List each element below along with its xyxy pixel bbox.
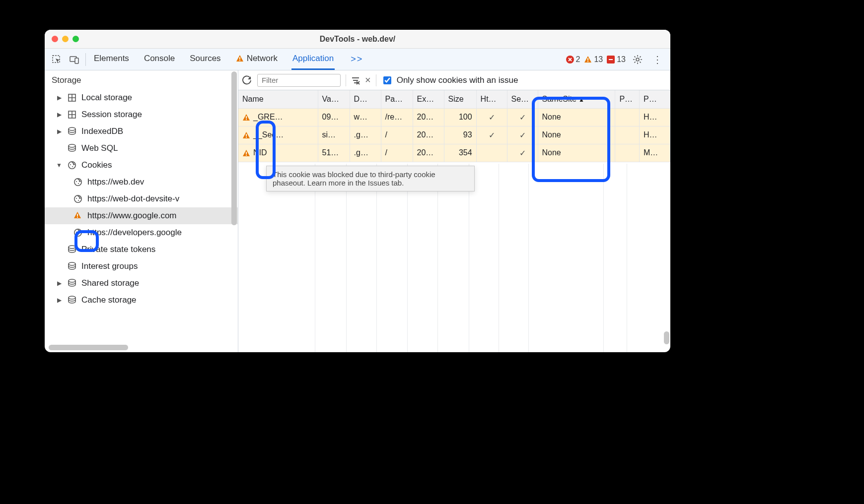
tab-label: Application (292, 54, 334, 63)
window-title: DevTools - web.dev/ (45, 35, 670, 44)
cookie-origin-1[interactable]: https://web-dot-devsite-v (45, 190, 238, 207)
cell-priority: M… (639, 144, 670, 162)
sidebar-item-label: Shared storage (81, 278, 139, 288)
minimize-window-button[interactable] (62, 36, 69, 42)
sidebar-horiz-scrollbar[interactable] (49, 345, 128, 350)
device-toggle-icon[interactable] (66, 55, 83, 64)
sidebar-item-websql[interactable]: Web SQL (45, 140, 238, 157)
warning-icon (242, 131, 250, 139)
errors-badge[interactable]: 2 (566, 55, 580, 64)
cookie-origin-0[interactable]: https://web.dev (45, 174, 238, 190)
cookies-table: Name Va… D… Pa… Ex… Size Ht… Se… SameSit… (238, 90, 670, 162)
sidebar-item-interest-groups[interactable]: Interest groups (45, 258, 238, 275)
warning-icon (72, 211, 83, 220)
col-secure[interactable]: Se… (507, 90, 538, 108)
col-expires[interactable]: Ex… (413, 90, 444, 108)
cell-path: / (381, 126, 413, 144)
cell-secure: ✓ (507, 144, 538, 162)
table-row[interactable]: NID51….g…/20…354✓NoneM… (238, 144, 670, 162)
cell-size: 100 (444, 108, 476, 126)
application-sidebar: Storage ▶ Local storage ▶ Session storag… (45, 70, 238, 352)
sidebar-scrollbar[interactable] (231, 71, 237, 225)
cell-path: /re… (381, 108, 413, 126)
col-samesite[interactable]: SameSite▲ (538, 90, 615, 108)
sidebar-item-session-storage[interactable]: ▶ Session storage (45, 106, 238, 123)
close-window-button[interactable] (52, 36, 58, 42)
sidebar-item-cache-storage[interactable]: ▶ Cache storage (45, 292, 238, 309)
cookie-icon (72, 178, 83, 187)
cell-name: _GRE… (238, 108, 318, 126)
cell-secure: ✓ (507, 108, 538, 126)
settings-button[interactable] (630, 55, 646, 64)
col-httponly[interactable]: Ht… (476, 90, 507, 108)
cell-expires: 20… (413, 126, 444, 144)
col-partition[interactable]: P… (615, 90, 640, 108)
zoom-window-button[interactable] (72, 36, 79, 42)
database-icon (67, 279, 77, 288)
cell-path: / (381, 144, 413, 162)
only-issues-toggle[interactable]: Only show cookies with an issue (381, 75, 518, 86)
cell-domain: w… (350, 108, 381, 126)
col-value[interactable]: Va… (318, 90, 350, 108)
cell-expires: 20… (413, 108, 444, 126)
table-row[interactable]: _GRE…09…w…/re…20…100✓✓NoneH… (238, 108, 670, 126)
table-icon (67, 110, 77, 119)
cookies-panel: × Only show cookies with an issue (238, 70, 670, 352)
col-path[interactable]: Pa… (381, 90, 413, 108)
only-issues-checkbox[interactable] (383, 76, 391, 84)
cookie-origin-3[interactable]: https://developers.google (45, 224, 238, 241)
tab-sources[interactable]: Sources (189, 49, 221, 70)
cell-httponly (476, 144, 507, 162)
database-icon (67, 144, 77, 153)
window-controls (52, 36, 79, 42)
more-menu-button[interactable]: ⋮ (649, 57, 665, 62)
cell-name: __Sec… (238, 126, 318, 144)
cell-size: 354 (444, 144, 476, 162)
cookie-name: NID (253, 148, 267, 157)
more-tabs-button[interactable]: >> (348, 49, 366, 70)
col-domain[interactable]: D… (350, 90, 381, 108)
issue-count: 13 (617, 55, 626, 64)
cell-partition (615, 108, 640, 126)
filter-input[interactable] (257, 74, 341, 87)
tab-application[interactable]: Application (291, 49, 335, 70)
separator (346, 74, 346, 86)
sidebar-item-cookies[interactable]: ▼ Cookies (45, 157, 238, 174)
gear-icon (633, 55, 643, 64)
col-size[interactable]: Size (444, 90, 476, 108)
sidebar-item-label: https://developers.google (87, 228, 182, 238)
cookie-warning-tooltip: This cookie was blocked due to third-par… (266, 166, 475, 191)
inspect-element-icon[interactable] (48, 55, 66, 64)
tab-console[interactable]: Console (143, 49, 176, 70)
refresh-button[interactable] (242, 75, 252, 85)
issues-badge[interactable]: 13 (607, 55, 626, 64)
separator (376, 74, 376, 86)
clear-filter-button[interactable] (351, 76, 360, 85)
cell-partition (615, 126, 640, 144)
col-name[interactable]: Name (238, 90, 318, 108)
cell-httponly: ✓ (476, 126, 507, 144)
disclosure-open-icon: ▼ (56, 162, 63, 169)
warning-icon (242, 149, 250, 157)
tab-elements[interactable]: Elements (93, 49, 130, 70)
sidebar-item-shared-storage[interactable]: ▶ Shared storage (45, 275, 238, 292)
clear-all-button[interactable]: × (365, 74, 371, 86)
tab-network[interactable]: Network (235, 49, 279, 70)
sidebar-item-private-state-tokens[interactable]: Private state tokens (45, 241, 238, 258)
sidebar-item-local-storage[interactable]: ▶ Local storage (45, 89, 238, 106)
cookie-origin-2[interactable]: https://www.google.com (45, 207, 238, 224)
cell-domain: .g… (350, 126, 381, 144)
database-icon (67, 245, 77, 254)
cookie-icon (67, 161, 77, 170)
sidebar-item-indexeddb[interactable]: ▶ IndexedDB (45, 123, 238, 140)
table-row[interactable]: __Sec…si….g…/20…93✓✓NoneH… (238, 126, 670, 144)
cookie-icon (72, 194, 83, 203)
warnings-badge[interactable]: 13 (584, 55, 603, 64)
main-scrollbar[interactable] (664, 331, 669, 344)
body: Storage ▶ Local storage ▶ Session storag… (45, 70, 670, 352)
cell-secure: ✓ (507, 126, 538, 144)
sidebar-item-label: Session storage (81, 110, 142, 120)
col-priority[interactable]: P… (639, 90, 670, 108)
cell-samesite: None (538, 126, 615, 144)
tab-label: Elements (94, 54, 129, 63)
